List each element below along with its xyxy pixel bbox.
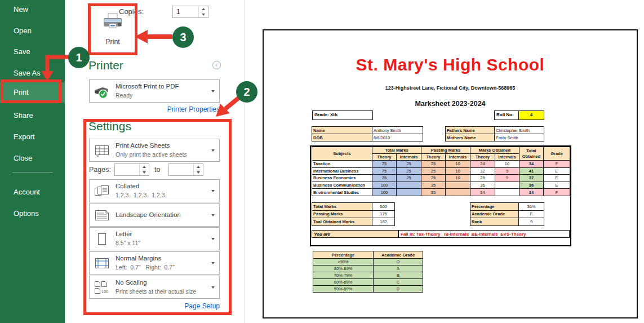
you-are-label-cell: You are [312,230,398,238]
normal-margins-icon [92,255,112,272]
header-marks-obtained: Marks Obtained [470,147,519,154]
sidebar-item-save-as[interactable]: Save As [0,65,65,82]
subject-cell: Environmental Studies [312,189,372,196]
setting-title: Normal Margins [116,255,161,262]
print-active-sheets-icon [92,142,112,159]
sidebar-item-close[interactable]: Close [0,150,65,167]
sidebar: NewOpenSaveSave AsPrintShareExportCloseA… [0,0,65,323]
pages-to-stepper[interactable] [168,163,203,176]
marks-cell: 32 [470,167,495,175]
grade-scale-header: Academic Grade [374,251,423,259]
setting-subtitle: 1,2,3 1,2,3 1,2,3 [116,192,165,198]
pages-from-stepper[interactable] [114,163,149,176]
copies-input[interactable] [173,6,201,17]
marks-cell: 34 [519,161,544,168]
setting-dropdown-normal-margins[interactable]: Normal MarginsLeft: 0.7" Right: 0.7" [89,251,220,275]
summary-value-cell: 36% [519,203,544,211]
marks-cell: 36 [519,182,544,189]
printer-heading: Printer [88,59,123,72]
marks-cell: 10 [495,161,519,168]
marks-cell [446,189,470,196]
header-sub: Theory [470,154,495,161]
printer-selector-dropdown[interactable]: Microsoft Print to PDF Ready [89,79,220,103]
pages-to-down-button[interactable] [194,170,203,175]
marks-cell: F [544,189,570,196]
marks-cell: 36 [470,182,495,189]
marks-cell: 10 [446,167,470,175]
subject-cell: International Business [312,167,372,175]
header-sub: Internals [397,154,421,161]
sidebar-item-print[interactable]: Print [0,82,65,103]
copies-stepper[interactable] [172,6,208,18]
copies-down-button[interactable] [199,12,208,17]
marks-cell [397,189,421,196]
setting-dropdown-no-scaling[interactable]: 100No ScalingPrint sheets at their actua… [89,276,220,299]
sidebar-item-share[interactable]: Share [0,107,65,124]
header-sub: Theory [421,154,446,161]
grade-scale-range-cell: 80%-89% [313,266,374,272]
setting-dropdown-landscape-orientation[interactable]: Landscape Orientation [89,203,220,227]
header-grade: Grade [544,147,570,161]
grade-scale-grade-cell: O [374,259,423,266]
setting-subtitle: Only print the active sheets [116,151,187,158]
marks-cell: 100 [372,182,397,189]
pages-to-up-button[interactable] [194,164,203,170]
printer-status: Ready [116,92,132,99]
up-arrow-icon [197,166,200,168]
sidebar-item-open[interactable]: Open [0,23,65,39]
marks-cell: 10 [446,161,470,168]
chevron-down-icon [211,214,215,216]
info-label-cell: Fathers Name [446,127,495,134]
marks-cell: 100 [372,189,397,196]
sidebar-item-save[interactable]: Save [0,43,65,60]
sidebar-item-export[interactable]: Export [0,129,65,145]
chevron-down-icon [211,238,215,240]
setting-subtitle: 8.5" x 11" [116,240,140,246]
header-passing-marks: Passing Marks [421,147,470,154]
step-3-arrow-icon [133,26,176,47]
setting-subtitle: Left: 0.7" Right: 0.7" [116,264,175,271]
grade-scale-header: Percentage [313,251,374,259]
setting-subtitle: Print sheets at their actual size [116,288,196,295]
pages-label: Pages: [89,166,111,174]
setting-title: Collated [116,183,139,189]
summary-label-cell: Passing Marks [312,210,372,218]
pages-from-up-button[interactable] [140,164,149,170]
sidebar-item-options[interactable]: Options [0,205,65,222]
printer-properties-link[interactable]: Printer Properties [89,105,220,113]
marks-cell: 25 [397,175,421,182]
pages-from-down-button[interactable] [140,170,149,175]
info-value-cell: 6/8/2010 [372,134,423,141]
setting-dropdown-collated[interactable]: Collated1,2,3 1,2,3 1,2,3 [89,179,220,202]
marks-cell: 25 [397,161,421,168]
marks-cell: F [544,161,570,168]
print-button-label: Print [105,38,120,46]
setting-dropdown-print-active-sheets[interactable]: Print Active SheetsOnly print the active… [89,139,220,162]
marks-cell: E [544,175,570,182]
summary-label-cell: Toal Obtained Marks [312,218,372,226]
marks-cell: E [544,182,570,189]
setting-dropdown-paper-size-letter[interactable]: Letter8.5" x 11" [89,227,220,250]
page-setup-link[interactable]: Page Setup [89,302,220,310]
sidebar-item-account[interactable]: Account [0,184,65,201]
marks-cell: 9 [495,167,519,175]
down-arrow-icon [143,171,146,174]
printer-name: Microsoft Print to PDF [116,83,179,90]
info-label-cell: Name [312,127,372,134]
marks-cell: 25 [421,175,446,182]
grade-scale-range-cell: >90% [313,259,374,266]
sidebar-item-new[interactable]: New [0,1,65,18]
copies-up-button[interactable] [199,6,208,12]
grade-scale-range-cell: 50%-59% [313,286,374,293]
info-icon[interactable]: i [212,61,221,69]
marks-cell: 41 [519,167,544,175]
print-preview-page: St. Mary's High School 123-Highstreet La… [263,29,638,318]
marks-cell: E [544,167,570,175]
grade-scale-range-cell: 60%-69% [313,279,374,286]
student-info-table: NameAnthony SmithDOB6/8/2010 [312,126,423,141]
marks-cell: 25 [421,167,446,175]
summary-label-cell: Academic Grade [470,210,519,218]
summary-label-cell: Total Marks [312,203,372,211]
roll-no-label-cell: Roll No: [494,110,519,120]
summary-right-table: Percentage36%Academic GradeFRank9 [470,202,544,226]
